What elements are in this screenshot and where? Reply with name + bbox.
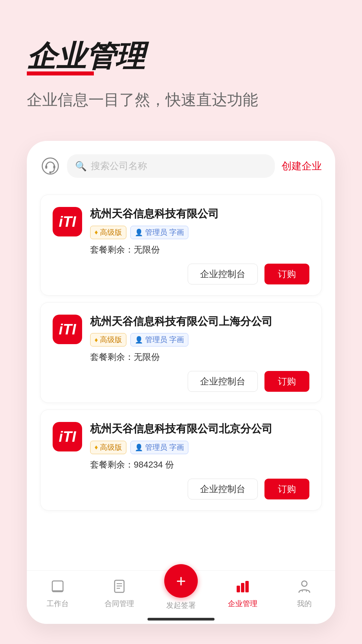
company-info-3: 杭州天谷信息科技有限公司北京分公司 ♦ 高级版 👤 管理员 字画: [90, 422, 309, 471]
search-input-box[interactable]: 🔍 搜索公司名称: [67, 154, 275, 178]
sign-button[interactable]: +: [164, 564, 198, 598]
company-header-1: iTI 杭州天谷信息科技有限公司 ♦ 高级版 👤 管理员 字画: [53, 207, 309, 256]
title-wrapper: 企业管理: [27, 40, 145, 73]
svg-point-13: [302, 581, 307, 586]
company-header-2: iTI 杭州天谷信息科技有限公司上海分公司 ♦ 高级版 👤 管理员 字画: [53, 315, 309, 363]
company-logo-2: iTI: [53, 315, 82, 344]
order-button-1[interactable]: 订购: [264, 264, 309, 284]
admin-badge-1: 👤 管理员 字画: [130, 226, 188, 239]
svg-rect-2: [53, 165, 55, 169]
tier-label-3: 高级版: [100, 442, 122, 452]
nav-center-wrapper: + 发起签署: [150, 578, 212, 610]
company-logo-3: iTI: [53, 422, 82, 451]
company-card-2: iTI 杭州天谷信息科技有限公司上海分公司 ♦ 高级版 👤 管理员 字画: [40, 302, 322, 403]
quota-prefix-1: 套餐剩余：: [90, 245, 134, 255]
company-card-3: iTI 杭州天谷信息科技有限公司北京分公司 ♦ 高级版 👤 管理员 字画: [40, 410, 322, 511]
svg-rect-4: [52, 581, 63, 592]
control-button-2[interactable]: 企业控制台: [188, 371, 258, 392]
quota-prefix-3: 套餐剩余：: [90, 460, 134, 470]
svg-rect-10: [237, 586, 240, 592]
company-name-1: 杭州天谷信息科技有限公司: [90, 207, 309, 221]
title-underline: [27, 71, 94, 75]
quota-value-3: 984234 份: [134, 460, 174, 470]
svg-rect-5: [52, 590, 63, 592]
tier-badge-3: ♦ 高级版: [90, 441, 126, 454]
company-tags-2: ♦ 高级版 👤 管理员 字画: [90, 333, 309, 346]
company-info-1: 杭州天谷信息科技有限公司 ♦ 高级版 👤 管理员 字画: [90, 207, 309, 256]
contract-icon: [112, 579, 127, 596]
tier-label-2: 高级版: [100, 335, 122, 345]
svg-rect-11: [241, 583, 244, 592]
tier-badge-2: ♦ 高级版: [90, 333, 126, 346]
mine-icon: [297, 579, 312, 596]
order-button-2[interactable]: 订购: [264, 371, 309, 392]
nav-item-enterprise[interactable]: 企业管理: [212, 579, 274, 609]
admin-badge-2: 👤 管理员 字画: [130, 333, 188, 346]
svg-point-3: [49, 171, 51, 173]
workbench-icon: [50, 579, 65, 596]
company-list: iTI 杭州天谷信息科技有限公司 ♦ 高级版 👤 管理员 字画: [27, 184, 335, 570]
quota-2: 套餐剩余：无限份: [90, 351, 309, 363]
admin-label-3: 管理员 字画: [145, 442, 184, 452]
nav-item-mine[interactable]: 我的: [274, 579, 335, 609]
tier-badge-1: ♦ 高级版: [90, 226, 126, 239]
contract-label: 合同管理: [105, 599, 134, 609]
svg-rect-12: [245, 581, 249, 592]
bottom-nav: 工作台 合同管理 + 发起签署: [27, 570, 335, 624]
search-placeholder: 搜索公司名称: [91, 160, 147, 172]
enterprise-icon: [235, 579, 250, 596]
plus-icon: +: [176, 573, 186, 589]
company-logo-text-3: iTI: [59, 428, 76, 445]
company-info-2: 杭州天谷信息科技有限公司上海分公司 ♦ 高级版 👤 管理员 字画: [90, 315, 309, 363]
admin-icon-1: 👤: [135, 228, 143, 236]
company-name-2: 杭州天谷信息科技有限公司上海分公司: [90, 315, 309, 329]
tier-label-1: 高级版: [100, 227, 122, 237]
quota-value-1: 无限份: [134, 245, 160, 255]
admin-icon-3: 👤: [135, 443, 143, 451]
company-actions-1: 企业控制台 订购: [53, 264, 309, 284]
home-indicator: [147, 618, 215, 621]
enterprise-label: 企业管理: [228, 599, 257, 609]
svg-rect-1: [45, 165, 47, 169]
company-tags-3: ♦ 高级版 👤 管理员 字画: [90, 441, 309, 454]
page-header: 企业管理 企业信息一目了然，快速直达功能: [0, 0, 362, 124]
customer-service-icon[interactable]: [40, 156, 60, 176]
company-logo-1: iTI: [53, 207, 82, 236]
admin-label-1: 管理员 字画: [145, 227, 184, 237]
company-actions-3: 企业控制台 订购: [53, 479, 309, 499]
company-header-3: iTI 杭州天谷信息科技有限公司北京分公司 ♦ 高级版 👤 管理员 字画: [53, 422, 309, 471]
quota-1: 套餐剩余：无限份: [90, 244, 309, 256]
quota-prefix-2: 套餐剩余：: [90, 352, 134, 362]
mine-label: 我的: [297, 599, 312, 609]
admin-badge-3: 👤 管理员 字画: [130, 441, 188, 454]
search-bar-area: 🔍 搜索公司名称 创建企业: [27, 141, 335, 184]
admin-label-2: 管理员 字画: [145, 335, 184, 345]
page-title: 企业管理: [27, 40, 145, 73]
company-card-1: iTI 杭州天谷信息科技有限公司 ♦ 高级版 👤 管理员 字画: [40, 195, 322, 296]
company-name-3: 杭州天谷信息科技有限公司北京分公司: [90, 422, 309, 436]
nav-item-workbench[interactable]: 工作台: [27, 579, 88, 609]
company-logo-text-1: iTI: [59, 213, 76, 230]
phone-card: 🔍 搜索公司名称 创建企业 iTI 杭州天谷信息科技有限公司 ♦: [27, 141, 335, 624]
workbench-label: 工作台: [47, 599, 69, 609]
control-button-1[interactable]: 企业控制台: [188, 264, 258, 284]
admin-icon-2: 👤: [135, 336, 143, 344]
diamond-icon-2: ♦: [95, 336, 98, 344]
diamond-icon-1: ♦: [95, 228, 98, 236]
control-button-3[interactable]: 企业控制台: [188, 479, 258, 499]
nav-item-contract[interactable]: 合同管理: [88, 579, 150, 609]
company-actions-2: 企业控制台 订购: [53, 371, 309, 392]
create-enterprise-button[interactable]: 创建企业: [282, 159, 322, 173]
search-icon: 🔍: [75, 161, 87, 172]
diamond-icon-3: ♦: [95, 443, 98, 451]
page-subtitle: 企业信息一目了然，快速直达功能: [27, 90, 335, 110]
company-logo-text-2: iTI: [59, 321, 76, 338]
company-tags-1: ♦ 高级版 👤 管理员 字画: [90, 226, 309, 239]
quota-value-2: 无限份: [134, 352, 160, 362]
order-button-3[interactable]: 订购: [264, 479, 309, 499]
sign-label: 发起签署: [166, 600, 196, 610]
quota-3: 套餐剩余：984234 份: [90, 459, 309, 471]
